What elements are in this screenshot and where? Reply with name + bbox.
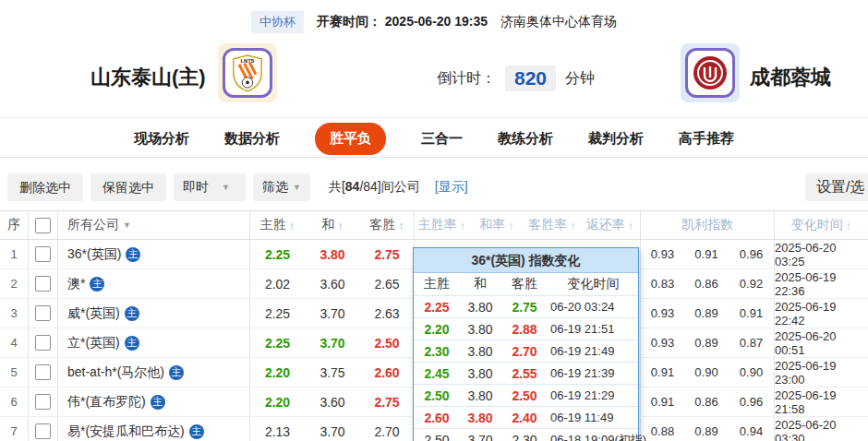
popup-row: 2.203.802.8806-19 21:51 [414, 318, 638, 340]
away-odds: 2.75 [360, 387, 414, 416]
popup-draw-odds: 3.80 [460, 344, 500, 359]
away-odds: 2.50 [360, 328, 414, 357]
col-no: 序 [0, 211, 28, 239]
company-cell[interactable]: bet-at-h*(马尔他)主 [57, 358, 249, 387]
popup-away-odds: 2.55 [500, 366, 549, 381]
company-cell[interactable]: 威*(英国)主 [57, 299, 249, 328]
select-all-checkbox[interactable] [35, 218, 51, 233]
home-odds: 2.25 [249, 328, 305, 357]
home-odds: 2.20 [249, 387, 305, 416]
divider-tabs [0, 157, 868, 158]
change-time: 2025-06-20 00:51 [774, 328, 868, 357]
filter-select[interactable]: 筛选 ▼ [253, 173, 310, 201]
tab-4[interactable]: 三合一 [421, 130, 463, 148]
row-checkbox[interactable] [35, 305, 51, 321]
venue: 济南奥体中心体育场 [500, 14, 617, 30]
home-odds: 2.25 [249, 240, 305, 268]
row-checkbox-cell [28, 240, 57, 268]
company-cell[interactable]: 36*(英国)主 [57, 240, 249, 268]
company-name: 伟*(直布罗陀) [67, 394, 146, 411]
change-time: 2025-06-19 22:42 [774, 299, 868, 328]
home-team-name: 山东泰山(主) [90, 64, 206, 91]
popup-change-time: 06-19 21:39 [549, 366, 638, 380]
col-away-rate[interactable]: 客胜率↑ [524, 211, 580, 239]
countdown-value: 820 [505, 66, 556, 91]
home-crest-icon: LNTS [230, 54, 265, 92]
col-draw-rate[interactable]: 和率↑ [469, 211, 524, 239]
away-odds: 2.65 [360, 269, 414, 298]
keep-selected-button[interactable]: 保留选中 [90, 173, 166, 201]
row-number: 5 [0, 358, 28, 387]
row-checkbox-cell [28, 358, 57, 387]
row-checkbox-cell [28, 328, 57, 357]
kelly-home: 0.83 [640, 269, 684, 298]
tab-5[interactable]: 教练分析 [498, 130, 553, 148]
tab-6[interactable]: 裁判分析 [588, 130, 644, 148]
countdown-label: 倒计时： [437, 69, 496, 89]
popup-draw-odds: 3.80 [460, 388, 500, 403]
home-odds: 2.20 [249, 358, 305, 387]
draw-odds: 3.75 [305, 358, 360, 387]
tabs: 现场分析数据分析胜平负三合一教练分析裁判分析高手推荐 [0, 121, 868, 157]
sort-asc-icon: ↑ [570, 219, 576, 232]
home-badge-icon: 主 [151, 395, 165, 410]
company-cell[interactable]: 澳*主 [57, 269, 249, 298]
company-cell[interactable]: 立*(英国)主 [57, 328, 249, 357]
col-away-win[interactable]: 客胜↑ [360, 211, 414, 239]
settings-button[interactable]: 设置/选 [805, 173, 868, 201]
kelly-away: 0.90 [729, 358, 774, 387]
kelly-away: 0.94 [729, 417, 774, 441]
col-draw[interactable]: 和↑ [305, 211, 360, 239]
row-checkbox[interactable] [35, 364, 51, 380]
draw-odds: 3.60 [305, 269, 360, 298]
col-change-time[interactable]: 变化时间↑ [774, 211, 868, 239]
popup-home-odds: 2.50 [414, 433, 460, 441]
match-info-bar: 中协杯 开赛时间： 2025-06-20 19:35 济南奥体中心体育场 [0, 11, 868, 33]
row-checkbox[interactable] [35, 394, 51, 410]
row-checkbox[interactable] [35, 246, 51, 262]
popup-home-odds: 2.45 [414, 366, 460, 381]
col-company[interactable]: 所有公司▼ [57, 211, 249, 239]
home-odds: 2.25 [249, 299, 305, 328]
time-mode-value: 即时 [183, 179, 209, 196]
draw-odds: 3.80 [305, 240, 360, 268]
kelly-home: 0.93 [640, 299, 684, 328]
popup-row: 2.503.702.3006-18 19:09(初指) [414, 429, 638, 441]
draw-odds: 3.70 [305, 328, 360, 357]
row-checkbox[interactable] [35, 423, 51, 439]
company-name: 威*(英国) [67, 305, 120, 322]
col-home-win[interactable]: 主胜↑ [249, 211, 305, 239]
sort-asc-icon: ↑ [846, 219, 852, 232]
delete-selected-button[interactable]: 删除选中 [7, 173, 83, 201]
tab-2[interactable]: 数据分析 [224, 130, 280, 148]
time-mode-select[interactable]: 即时 ▼ [174, 173, 246, 201]
tab-1[interactable]: 现场分析 [134, 130, 189, 148]
league-badge[interactable]: 中协杯 [251, 11, 304, 33]
dropdown-arrow-icon: ▼ [123, 220, 131, 230]
divider-top [0, 117, 868, 118]
company-name: 易*(安提瓜和巴布达) [67, 423, 185, 440]
row-checkbox[interactable] [35, 335, 51, 351]
popup-home-odds: 2.50 [414, 388, 460, 403]
tab-3[interactable]: 胜平负 [315, 123, 386, 155]
col-return-rate[interactable]: 返还率↑ [580, 211, 640, 239]
kelly-away: 0.91 [729, 299, 774, 328]
kelly-home: 0.93 [640, 328, 684, 357]
row-number: 6 [0, 387, 28, 416]
row-number: 4 [0, 328, 28, 357]
popup-away-odds: 2.40 [500, 411, 549, 425]
svg-text:LNTS: LNTS [241, 58, 255, 64]
home-badge-icon: 主 [189, 424, 204, 439]
row-checkbox[interactable] [35, 276, 51, 292]
company-cell[interactable]: 伟*(直布罗陀)主 [57, 387, 249, 416]
home-badge-icon: 主 [126, 247, 140, 262]
tab-7[interactable]: 高手推荐 [679, 130, 734, 148]
popup-draw-odds: 3.80 [460, 300, 500, 315]
table-header-row: 序 所有公司▼ 主胜↑ 和↑ 客胜↑ 主胜率↑ 和率↑ 客胜率↑ 返还率↑ 凯利… [0, 211, 868, 240]
show-link[interactable]: [显示] [435, 179, 468, 196]
chevron-down-icon: ▼ [293, 183, 301, 192]
kelly-home: 0.88 [640, 417, 684, 441]
company-cell[interactable]: 易*(安提瓜和巴布达)主 [57, 417, 249, 441]
chevron-down-icon: ▼ [222, 183, 230, 192]
col-home-rate[interactable]: 主胜率↑ [414, 211, 469, 239]
